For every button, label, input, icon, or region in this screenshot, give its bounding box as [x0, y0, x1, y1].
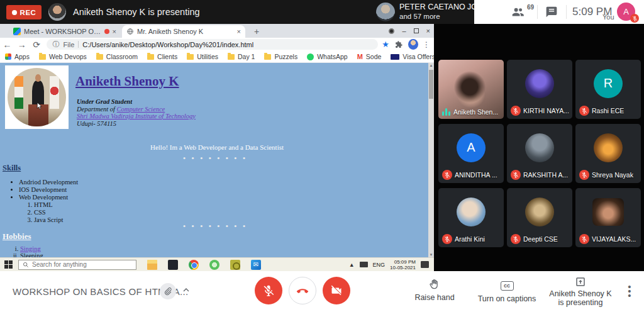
- scroll-down-icon[interactable]: ▼: [428, 253, 434, 257]
- skill-sub-item: HTML: [34, 201, 78, 208]
- screen-recorder-dot-icon: [389, 28, 394, 34]
- tab-meet[interactable]: Meet - WORKSHOP ON BASI ×: [9, 25, 121, 38]
- battery-icon: [360, 262, 368, 267]
- whatsapp-app-icon[interactable]: [209, 260, 219, 270]
- page-title-link[interactable]: Aniketh Shenoy K: [75, 74, 179, 89]
- store-icon[interactable]: [168, 260, 178, 270]
- avatar: [594, 133, 623, 162]
- search-input[interactable]: [32, 261, 126, 268]
- tray-time: 05:09 PM: [390, 259, 416, 265]
- bookmark-folder[interactable]: Web Devops: [39, 53, 87, 60]
- paperclip-icon: [164, 287, 172, 296]
- bookmark-star-icon[interactable]: ★: [382, 40, 389, 49]
- bookmark-label: Clients: [157, 53, 177, 60]
- bookmark-folder[interactable]: Utilities: [187, 53, 218, 60]
- page-info-icon[interactable]: ⓘ: [53, 40, 60, 49]
- search-icon: [23, 262, 29, 268]
- taskbar-search[interactable]: [18, 260, 136, 270]
- back-icon[interactable]: ←: [0, 40, 14, 50]
- scrollbar-thumb[interactable]: [429, 70, 433, 99]
- avatar: [525, 69, 554, 98]
- meet-favicon-icon: [13, 28, 21, 35]
- avatar: A: [457, 133, 486, 162]
- extensions-puzzle-icon[interactable]: [394, 40, 403, 49]
- details-chevron-icon[interactable]: [181, 285, 191, 295]
- muted-mic-icon: [442, 234, 452, 244]
- globe-icon: [126, 28, 134, 35]
- notifications-icon[interactable]: [421, 261, 429, 268]
- bookmark-label: Web Devops: [49, 53, 87, 60]
- language-indicator[interactable]: ENG: [373, 262, 386, 268]
- bookmark-folder[interactable]: Clients: [147, 53, 177, 60]
- participants-icon[interactable]: [511, 5, 525, 20]
- start-button[interactable]: [4, 260, 13, 269]
- presenting-status: is presenting: [546, 298, 615, 307]
- mail-icon[interactable]: ✉: [251, 260, 261, 270]
- hobbies-heading: Hobbies: [3, 231, 31, 242]
- folder-icon: [264, 54, 271, 60]
- tab-close-icon[interactable]: ×: [237, 28, 241, 35]
- bookmark-folder[interactable]: Day 1: [228, 53, 255, 60]
- chrome-icon[interactable]: [189, 260, 199, 270]
- app-icon[interactable]: [230, 260, 240, 270]
- raise-hand-button[interactable]: Raise hand: [408, 277, 462, 302]
- leave-call-button[interactable]: [289, 277, 316, 304]
- speaker-avatar[interactable]: [376, 3, 395, 21]
- url-field[interactable]: ⓘ File C:/Users/anike/Desktop/Workshop/D…: [47, 39, 379, 50]
- camera-off-icon: [330, 284, 343, 297]
- participant-tile[interactable]: VIJAYALAKS...: [575, 188, 641, 247]
- muted-mic-icon: [579, 234, 589, 244]
- tab-close-icon[interactable]: ×: [113, 28, 116, 35]
- singing-link[interactable]: Singing: [20, 245, 41, 252]
- skill-item: Web Development HTML CSS Java Script: [19, 194, 78, 223]
- you-muted-badge: [630, 14, 639, 23]
- participant-tile[interactable]: KIRTHI NAYA...: [507, 60, 572, 119]
- bookmark-folder[interactable]: Classroom: [96, 53, 138, 60]
- bookmark-sode[interactable]: MSode: [357, 53, 382, 60]
- close-button[interactable]: ×: [426, 24, 430, 38]
- apps-grid-icon: [5, 53, 11, 60]
- recording-label: REC: [20, 9, 36, 16]
- tray-expand-icon[interactable]: ▲: [349, 262, 355, 268]
- tray-datetime[interactable]: 05:09 PM 10-05-2021: [390, 259, 416, 270]
- participant-tile[interactable]: RAKSHITH A...: [507, 124, 572, 183]
- participant-tile[interactable]: Arathi Kini: [438, 188, 504, 247]
- page-scrollbar[interactable]: ▲ ▼: [428, 63, 434, 257]
- attachment-button[interactable]: [160, 283, 176, 299]
- bookmark-apps[interactable]: Apps: [5, 53, 30, 60]
- minimize-button[interactable]: –: [402, 24, 406, 38]
- avatar: R: [594, 69, 623, 98]
- file-explorer-icon[interactable]: [147, 260, 157, 270]
- tab-aniketh-page[interactable]: Mr. Aniketh Shenoy K ×: [122, 25, 245, 38]
- presenting-control[interactable]: Aniketh Shenoy K is presenting: [546, 275, 615, 307]
- mic-toggle-button[interactable]: [255, 277, 282, 304]
- muted-mic-icon: [511, 170, 521, 180]
- institute-link[interactable]: Shri Madwa Vadiraja Institute of Technol…: [77, 113, 196, 120]
- refresh-icon[interactable]: ⟳: [29, 40, 43, 50]
- captions-icon: cc: [501, 281, 514, 291]
- more-options-icon[interactable]: •••: [626, 284, 633, 298]
- speaking-indicator: [442, 108, 451, 116]
- system-tray: ▲ ENG 05:09 PM 10-05-2021: [349, 259, 434, 270]
- participant-tile[interactable]: Shreya Nayak: [575, 124, 641, 183]
- captions-button[interactable]: cc Turn on captions: [473, 279, 541, 303]
- department-link[interactable]: Computer Science: [117, 106, 165, 113]
- bookmark-visa[interactable]: Visa Offers: [391, 53, 435, 60]
- browser-profile-avatar[interactable]: [408, 39, 418, 50]
- chat-icon[interactable]: [545, 6, 558, 18]
- restore-button[interactable]: [414, 28, 419, 33]
- participant-tile-aniketh[interactable]: Aniketh Shen...: [438, 60, 504, 119]
- scroll-up-icon[interactable]: ▲: [428, 64, 434, 67]
- bookmark-whatsapp[interactable]: WhatsApp: [307, 53, 347, 60]
- bookmark-folder[interactable]: Puzzels: [264, 53, 297, 60]
- avatar: [525, 198, 554, 226]
- camera-toggle-button[interactable]: [323, 277, 350, 304]
- forward-icon[interactable]: →: [14, 40, 29, 50]
- new-tab-button[interactable]: +: [250, 25, 263, 38]
- participant-tile[interactable]: R Rashi ECE: [575, 60, 641, 119]
- visa-icon: [391, 54, 399, 60]
- browser-menu-icon[interactable]: ⋮: [423, 40, 430, 49]
- participant-tile[interactable]: A ANINDITHA ...: [438, 124, 504, 183]
- present-icon: [575, 276, 586, 287]
- participant-tile[interactable]: Deepti CSE: [507, 188, 572, 247]
